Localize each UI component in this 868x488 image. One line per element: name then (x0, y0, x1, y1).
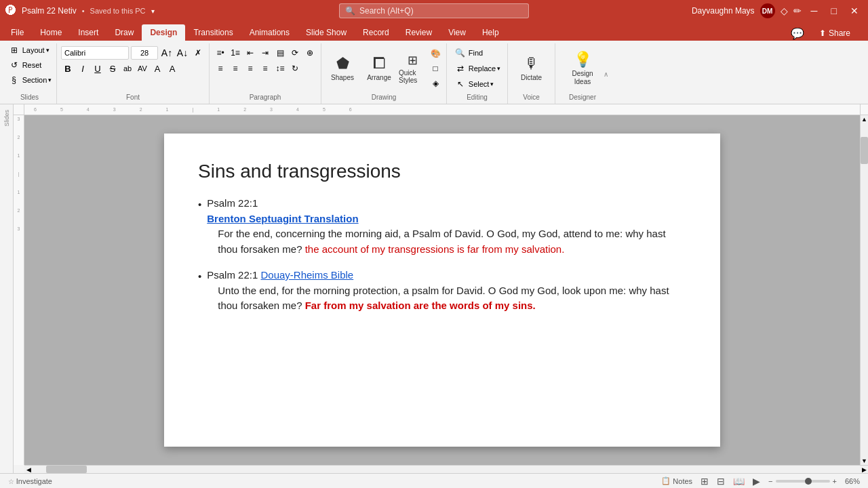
design-ideas-button[interactable]: 💡 Design Ideas (566, 45, 599, 92)
decrease-indent-button[interactable]: ⇤ (243, 46, 257, 60)
comment-icon[interactable]: 💬 (791, 27, 804, 40)
font-group-label: Font (126, 94, 140, 101)
close-button[interactable]: ✕ (846, 5, 863, 16)
tab-review[interactable]: Review (397, 24, 440, 41)
maximize-button[interactable]: □ (827, 5, 841, 16)
section-chevron[interactable]: ▾ (48, 77, 52, 83)
replace-chevron[interactable]: ▾ (497, 65, 500, 72)
translation-link-1[interactable]: Brenton Septuagint Translation (207, 211, 686, 227)
underline-button[interactable]: U (91, 62, 104, 75)
slide[interactable]: Sins and transgressions • Psalm 22:1 Bre… (164, 134, 720, 447)
tab-file[interactable]: File (3, 24, 32, 41)
decrease-font-button[interactable]: A↓ (176, 46, 189, 60)
status-text: ☆ Investigate (8, 477, 52, 485)
shadow-button[interactable]: ab (121, 62, 134, 75)
scroll-thumb-horizontal[interactable] (46, 466, 87, 473)
numbering-button[interactable]: 1≡ (229, 46, 242, 60)
search-box[interactable]: 🔍 Search (Alt+Q) (339, 3, 529, 18)
slides-panel: Slides (0, 104, 14, 473)
slideshow-button[interactable]: ▶ (753, 476, 760, 487)
font-name-selector[interactable]: Calibri (61, 46, 129, 60)
italic-button[interactable]: I (76, 62, 90, 75)
highlight-button[interactable]: A (165, 62, 179, 75)
zoom-in-button[interactable]: + (833, 477, 837, 485)
align-center-button[interactable]: ≡ (229, 62, 242, 75)
shape-outline-button[interactable]: □ (429, 62, 442, 75)
shapes-button[interactable]: ⬟ Shapes (326, 45, 359, 92)
line-spacing-button[interactable]: ↕≡ (273, 62, 287, 75)
share-button[interactable]: ⬆ Share (810, 26, 860, 41)
tab-animations[interactable]: Animations (241, 24, 298, 41)
tab-slideshow[interactable]: Slide Show (298, 24, 355, 41)
dropdown-icon[interactable]: ▾ (151, 7, 155, 15)
char-spacing-button[interactable]: AV (136, 62, 149, 75)
zoom-out-button[interactable]: − (768, 477, 772, 485)
dictate-button[interactable]: 🎙 Dictate (515, 45, 549, 92)
font-color-button[interactable]: A (151, 62, 164, 75)
dictate-label: Dictate (521, 74, 542, 81)
bullets-button[interactable]: ≡• (214, 46, 227, 60)
ribbon-group-designer: 💡 Design Ideas Designer ∧ (555, 43, 610, 104)
select-chevron[interactable]: ▾ (490, 81, 494, 87)
layout-label: Layout (22, 46, 45, 54)
shape-effects-button[interactable]: ◈ (429, 77, 442, 90)
zoom-thumb[interactable] (805, 478, 812, 485)
smart-art-button[interactable]: ⊕ (303, 46, 317, 60)
tab-record[interactable]: Record (355, 24, 397, 41)
find-button[interactable]: 🔍 (454, 46, 467, 60)
tab-insert[interactable]: Insert (70, 24, 106, 41)
slide-title: Sins and transgressions (198, 161, 686, 182)
quick-styles-button[interactable]: ⊞ Quick Styles (399, 45, 426, 92)
columns-button[interactable]: ▤ (273, 46, 287, 60)
ribbon-tabs: File Home Insert Draw Design Transitions… (0, 22, 868, 41)
vertical-scrollbar[interactable]: ▲ ▼ (860, 115, 868, 465)
text-direction-button[interactable]: ⟳ (288, 46, 302, 60)
slide-sorter-button[interactable]: ⊟ (717, 476, 725, 487)
scroll-thumb-vertical[interactable] (861, 137, 868, 164)
replace-button[interactable]: ⇄ (454, 62, 467, 75)
title-bar-left: 🅟 Psalm 22 Netiv • Saved to this PC ▾ (5, 5, 291, 17)
translation-link-2[interactable]: Douay-Rheims Bible (260, 269, 353, 281)
scroll-up-button[interactable]: ▲ (861, 115, 868, 123)
status-bar: ☆ Investigate 📋 Notes ⊞ ⊟ 📖 ▶ − + 66% (0, 473, 868, 488)
tab-transitions[interactable]: Transitions (185, 24, 241, 41)
reset-button[interactable]: ↺ (7, 58, 21, 72)
justify-button[interactable]: ≡ (258, 62, 272, 75)
zoom-slider[interactable] (776, 480, 830, 483)
notes-label: Notes (673, 477, 692, 485)
designer-group-label: Designer (569, 94, 596, 101)
font-size-selector[interactable]: 28 (131, 46, 158, 60)
layout-chevron[interactable]: ▾ (46, 47, 50, 54)
increase-font-button[interactable]: A↑ (160, 46, 174, 60)
normal-view-button[interactable]: ⊞ (701, 476, 709, 487)
horizontal-scrollbar[interactable]: ◀ ▶ (24, 465, 868, 473)
tab-draw[interactable]: Draw (106, 24, 142, 41)
tab-home[interactable]: Home (32, 24, 70, 41)
minimize-button[interactable]: ─ (807, 5, 822, 16)
status-value: Investigate (16, 477, 52, 485)
scroll-right-button[interactable]: ▶ (860, 466, 868, 473)
section-button[interactable]: § (7, 73, 21, 87)
align-right-button[interactable]: ≡ (243, 62, 257, 75)
tab-design[interactable]: Design (142, 24, 185, 41)
scroll-left-button[interactable]: ◀ (24, 466, 33, 473)
tab-view[interactable]: View (440, 24, 474, 41)
zoom-control[interactable]: − + (768, 477, 837, 485)
save-status: • (82, 7, 85, 15)
layout-button[interactable]: ⊞ (7, 43, 21, 57)
convert-button[interactable]: ↻ (288, 62, 302, 75)
arrange-button[interactable]: ⧠ Arrange (362, 45, 396, 92)
increase-indent-button[interactable]: ⇥ (258, 46, 272, 60)
ribbon-collapse-button[interactable]: ∧ (604, 70, 608, 77)
select-button[interactable]: ↖ (454, 77, 467, 91)
notes-button[interactable]: 📋 Notes (661, 476, 692, 485)
ribbon-content: ⊞ Layout ▾ ↺ Reset § Section ▾ Slides Ca… (0, 41, 868, 104)
align-left-button[interactable]: ≡ (214, 62, 227, 75)
strikethrough-button[interactable]: S (106, 62, 119, 75)
bold-button[interactable]: B (61, 62, 75, 75)
shape-fill-button[interactable]: 🎨 (429, 47, 442, 60)
scroll-down-button[interactable]: ▼ (861, 457, 868, 465)
reading-view-button[interactable]: 📖 (733, 476, 745, 487)
tab-help[interactable]: Help (474, 24, 507, 41)
clear-format-button[interactable]: ✗ (191, 46, 205, 60)
